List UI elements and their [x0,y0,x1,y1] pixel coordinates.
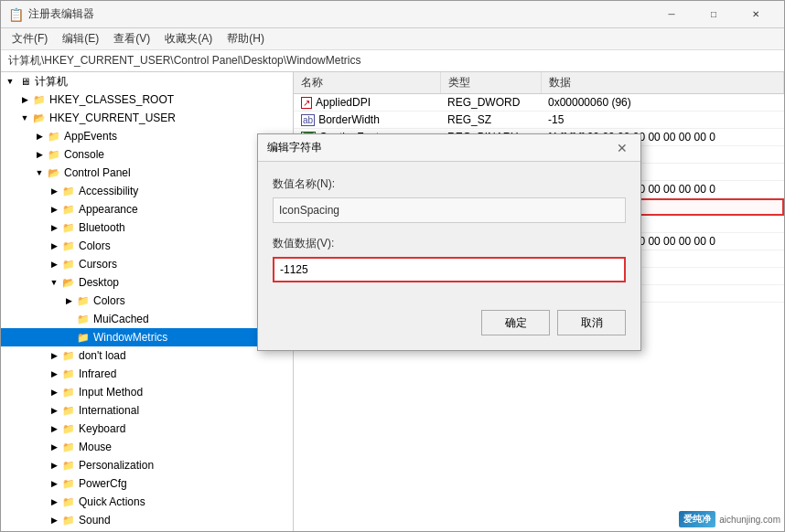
folder-icon: 📁 [32,92,47,107]
address-bar: 计算机\HKEY_CURRENT_USER\Control Panel\Desk… [1,50,784,72]
tree-item-colors[interactable]: ▶ 📁 Colors [1,237,293,255]
tree-item-desktop-colors[interactable]: ▶ 📁 Colors [1,292,293,310]
expander-appevents[interactable]: ▶ [32,129,47,144]
dialog-cancel-button[interactable]: 取消 [557,310,626,335]
folder-icon-keyboard: 📁 [61,421,76,436]
expander-powercfg[interactable]: ▶ [47,476,61,491]
expander-dont-load[interactable]: ▶ [47,348,61,363]
expander-colors[interactable]: ▶ [47,239,61,253]
tree-label-cursors: Cursors [76,258,117,271]
menu-help[interactable]: 帮助(H) [220,29,272,48]
tree-item-quick-actions[interactable]: ▶ 📁 Quick Actions [1,493,293,511]
expander-desktop-colors[interactable]: ▶ [61,293,76,308]
col-data: 数据 [541,72,784,94]
tree-label-dont-load: don't load [76,349,126,362]
expander-current-user[interactable]: ▼ [17,111,32,125]
reg-data-cell: -15 [541,112,784,129]
dialog-body: 数值名称(N): 数值数据(V): [258,162,640,310]
menu-edit[interactable]: 编辑(E) [55,29,106,48]
title-bar-text: 注册表编辑器 [28,6,651,22]
tree-item-appevents[interactable]: ▶ 📁 AppEvents [1,127,293,145]
menu-view[interactable]: 查看(V) [106,29,157,48]
tree-item-powercfg[interactable]: ▶ 📁 PowerCfg [1,474,293,493]
dialog-buttons: 确定 取消 [258,310,640,350]
tree-item-dont-load[interactable]: ▶ 📁 don't load [1,346,293,365]
expander-windowmetrics[interactable] [61,330,76,345]
menu-favorites[interactable]: 收藏夹(A) [157,29,220,48]
tree-label-bluetooth: Bluetooth [76,221,125,234]
tree-label-desktop-colors: Colors [91,294,125,307]
folder-icon-control-panel: 📂 [47,165,61,180]
expander-input-method[interactable]: ▶ [47,385,61,399]
dialog-title-bar: 编辑字符串 ✕ [258,134,640,162]
tree-label-console: Console [61,148,104,161]
minimize-button[interactable]: ─ [651,1,693,28]
tree-item-infrared[interactable]: ▶ 📁 Infrared [1,365,293,383]
tree-item-classes-root[interactable]: ▶ 📁 HKEY_CLASSES_ROOT [1,90,293,109]
tree-item-personalization[interactable]: ▶ 📁 Personalization [1,456,293,474]
expander-control-panel[interactable]: ▼ [32,165,47,180]
expander-appearance[interactable]: ▶ [47,202,61,217]
tree-item-appearance[interactable]: ▶ 📁 Appearance [1,200,293,218]
expander-infrared[interactable]: ▶ [47,367,61,381]
tree-item-computer[interactable]: ▼ 🖥 计算机 [1,72,293,90]
title-bar-icon: 📋 [8,7,23,22]
tree-label-classes-root: HKEY_CLASSES_ROOT [47,93,174,106]
expander-desktop[interactable]: ▼ [47,275,61,290]
menu-file[interactable]: 文件(F) [5,29,55,48]
expander-bluetooth[interactable]: ▶ [47,220,61,235]
folder-icon-appevents: 📁 [47,129,61,144]
tree-item-current-user[interactable]: ▼ 📂 HKEY_CURRENT_USER [1,109,293,127]
tree-item-international[interactable]: ▶ 📁 International [1,401,293,420]
tree-item-accessibility[interactable]: ▶ 📁 Accessibility [1,182,293,200]
watermark-url: aichunjing.com [719,515,780,525]
reg-type-cell: REG_DWORD [440,94,541,112]
dialog-name-input[interactable] [273,197,626,223]
maximize-button[interactable]: □ [693,1,735,28]
expander-personalization[interactable]: ▶ [47,458,61,473]
expander-quick-actions[interactable]: ▶ [47,495,61,509]
tree-label-mouse: Mouse [76,441,112,453]
dialog-close-button[interactable]: ✕ [613,139,631,157]
folder-icon-appearance: 📁 [61,202,76,217]
tree-label-sound: Sound [76,514,111,527]
table-row[interactable]: abBorderWidthREG_SZ-15 [294,112,784,129]
tree-item-control-panel[interactable]: ▼ 📂 Control Panel [1,164,293,182]
tree-item-input-method[interactable]: ▶ 📁 Input Method [1,383,293,401]
expander-international[interactable]: ▶ [47,403,61,418]
dialog-data-input[interactable] [273,257,626,282]
close-button[interactable]: ✕ [735,1,777,28]
tree-item-cursors[interactable]: ▶ 📁 Cursors [1,255,293,273]
tree-item-bluetooth[interactable]: ▶ 📁 Bluetooth [1,218,293,237]
tree-item-windowmetrics[interactable]: 📁 WindowMetrics [1,328,293,346]
tree-label-muicached: MuiCached [91,313,149,325]
folder-icon-sound: 📁 [61,513,76,527]
tree-item-console[interactable]: ▶ 📁 Console [1,145,293,164]
tree-item-mouse[interactable]: ▶ 📁 Mouse [1,438,293,456]
tree-label-current-user: HKEY_CURRENT_USER [47,112,176,124]
tree-item-desktop[interactable]: ▼ 📂 Desktop [1,273,293,292]
expander-keyboard[interactable]: ▶ [47,421,61,436]
expander-muicached[interactable] [61,312,76,326]
expander-cursors[interactable]: ▶ [47,257,61,271]
tree-item-sound[interactable]: ▶ 📁 Sound [1,511,293,529]
expander-mouse[interactable]: ▶ [47,440,61,454]
expander-sound[interactable]: ▶ [47,513,61,527]
expander-classes-root[interactable]: ▶ [17,92,32,107]
table-row[interactable]: ↗AppliedDPIREG_DWORD0x00000060 (96) [294,94,784,112]
tree-label-powercfg: PowerCfg [76,477,127,490]
tree-label-windowmetrics: WindowMetrics [91,331,167,344]
folder-icon-bluetooth: 📁 [61,220,76,235]
expander-console[interactable]: ▶ [32,147,47,162]
tree-label-colors: Colors [76,239,111,252]
tree-label-appearance: Appearance [76,203,138,216]
folder-icon-personalization: 📁 [61,458,76,473]
folder-icon-muicached: 📁 [76,312,91,326]
expander-computer[interactable]: ▼ [3,74,17,89]
dialog-ok-button[interactable]: 确定 [481,310,550,335]
tree-item-keyboard[interactable]: ▶ 📁 Keyboard [1,420,293,438]
expander-accessibility[interactable]: ▶ [47,184,61,198]
folder-icon-international: 📁 [61,403,76,418]
tree-item-muicached[interactable]: 📁 MuiCached [1,310,293,328]
watermark: 爱纯净 aichunjing.com [679,511,780,527]
